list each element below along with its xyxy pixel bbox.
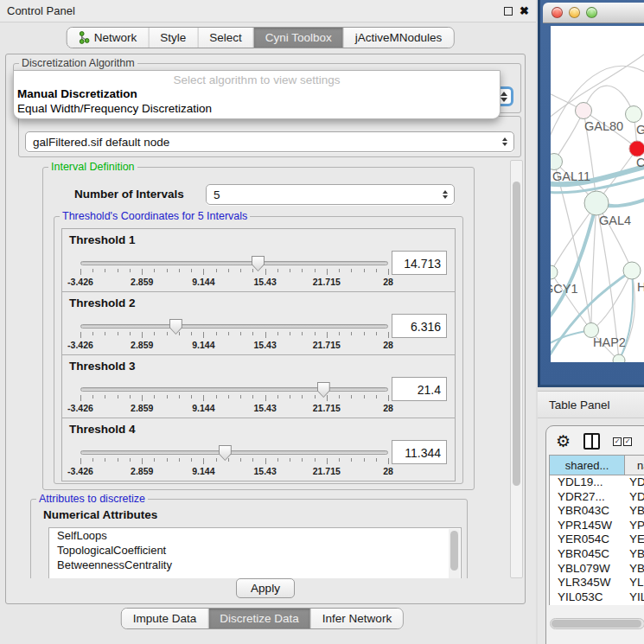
table-row[interactable]: YER054CYER0: [550, 532, 644, 547]
threshold-panel-1: Threshold 1-3.4262.8599.14415.4321.71528…: [61, 228, 456, 292]
slider-track[interactable]: [80, 450, 388, 455]
table-cell: YDR27...: [550, 490, 625, 505]
algorithm-option-manual[interactable]: Manual Discretization: [14, 86, 500, 101]
table-row[interactable]: YLR345WYLR3: [550, 576, 644, 590]
table-panel-title: Table Panel: [549, 399, 610, 411]
discretization-algorithm-title: Discretization Algorithm: [19, 57, 137, 69]
tab-infer-network[interactable]: Infer Network: [311, 609, 403, 628]
node-table: shared...na YDL19...YDL1YDR27...YDR2YBR0…: [549, 455, 644, 605]
slider-tick-labels: -3.4262.8599.14415.4321.71528: [80, 466, 388, 476]
tick-label: 21.715: [313, 403, 341, 413]
network-canvas[interactable]: GAL80GACGAL11GAL4GCY1HHAP2: [551, 26, 644, 362]
threshold-label: Threshold 2: [69, 296, 136, 309]
tab-cyni-toolbox[interactable]: Cyni Toolbox: [254, 28, 344, 48]
table-cell: YLR345W: [550, 576, 625, 590]
threshold-panel-3: Threshold 3-3.4262.8599.14415.4321.71528…: [61, 354, 456, 418]
attribute-item[interactable]: TopologicalCoefficient: [49, 543, 461, 558]
threshold-label: Threshold 3: [69, 360, 136, 373]
slider-track[interactable]: [80, 324, 388, 328]
close-traffic-light-icon[interactable]: [552, 7, 563, 18]
slider-tick-labels: -3.4262.8599.14415.4321.71528: [80, 277, 388, 287]
tab-select[interactable]: Select: [198, 28, 254, 48]
network-node-gal4[interactable]: [584, 191, 609, 215]
network-tab-icon: [79, 31, 90, 44]
tab-style[interactable]: Style: [149, 28, 198, 48]
table-column-header[interactable]: shared...: [550, 456, 625, 475]
table-column-header[interactable]: na: [625, 456, 644, 475]
threshold-slider[interactable]: -3.4262.8599.14415.4321.71528: [80, 450, 388, 476]
threshold-slider[interactable]: -3.4262.8599.14415.4321.71528: [80, 261, 388, 287]
attributes-list-scrollbar[interactable]: [449, 529, 460, 578]
table-row[interactable]: YPR145WYPR1: [550, 519, 644, 533]
combobox-stepper-icon: [498, 137, 513, 146]
checkbox-icon[interactable]: ✓: [613, 437, 622, 446]
checkbox-icon[interactable]: ✓: [623, 437, 632, 446]
slider-tick-labels: -3.4262.8599.14415.4321.71528: [80, 340, 388, 350]
table-cell: YER054C: [550, 532, 625, 547]
threshold-slider[interactable]: -3.4262.8599.14415.4321.71528: [80, 324, 388, 350]
table-header-row: shared...na: [550, 456, 644, 475]
table-row[interactable]: YIL053CYIL0: [550, 590, 644, 605]
table-cell: YPR145W: [550, 519, 625, 533]
table-row[interactable]: YBL079WYBL0: [550, 562, 644, 577]
network-node[interactable]: [613, 354, 625, 362]
table-data-combobox[interactable]: galFiltered.sif default node: [25, 131, 514, 152]
number-of-intervals-combobox[interactable]: 5: [206, 184, 455, 205]
slider-track[interactable]: [80, 387, 388, 392]
table-cell: YIL053C: [550, 590, 625, 605]
algorithm-option-equal-width[interactable]: Equal Width/Frequency Discretization: [14, 101, 500, 116]
threshold-value-field[interactable]: 6.316: [392, 314, 447, 338]
tick-label: -3.426: [67, 277, 93, 287]
threshold-value-field[interactable]: 21.4: [392, 377, 447, 401]
table-cell: YBR0: [625, 547, 644, 562]
tab-discretize-data[interactable]: Discretize Data: [208, 609, 311, 628]
network-node-gal80[interactable]: [576, 103, 592, 119]
zoom-traffic-light-icon[interactable]: [586, 7, 597, 18]
network-node-h[interactable]: [623, 262, 641, 279]
tick-label: 28: [383, 403, 393, 413]
tab-label: Infer Network: [322, 612, 392, 625]
tab-network[interactable]: Network: [67, 28, 150, 48]
tab-jactivemnodules[interactable]: jActiveMNodules: [344, 28, 454, 48]
slider-ticks: [80, 332, 388, 339]
network-node-ga[interactable]: [626, 106, 642, 123]
attribute-item[interactable]: BetweennessCentrality: [49, 558, 461, 572]
table-row[interactable]: YDR27...YDR2: [550, 490, 644, 505]
table-row[interactable]: YBR045CYBR0: [550, 547, 644, 562]
split-columns-icon[interactable]: [583, 433, 600, 450]
slider-track[interactable]: [80, 261, 388, 265]
table-row[interactable]: YDL19...YDL1: [550, 475, 644, 490]
threshold-value-field[interactable]: 14.713: [392, 251, 447, 275]
control-panel-titlebar: Control Panel ✖: [0, 0, 536, 22]
settings-scrollbar[interactable]: [510, 160, 523, 578]
attribute-item[interactable]: SelfLoops: [49, 528, 461, 543]
network-edge[interactable]: [591, 271, 632, 330]
network-node-gcy1[interactable]: [551, 265, 558, 279]
node-label: GA: [636, 123, 644, 137]
tab-impute-data[interactable]: Impute Data: [122, 609, 209, 628]
node-label: H: [637, 280, 644, 294]
tab-label: Network: [94, 31, 137, 44]
tick-label: 21.715: [313, 466, 341, 476]
threshold-slider[interactable]: -3.4262.8599.14415.4321.71528: [80, 387, 388, 413]
numerical-attributes-label: Numerical Attributes: [43, 508, 157, 521]
apply-button[interactable]: Apply: [236, 578, 295, 598]
close-icon[interactable]: ✖: [520, 7, 529, 16]
table-toolbar: ⚙ ✓ ✓: [546, 426, 644, 455]
tick-label: 15.43: [253, 277, 276, 287]
table-panel-body: ⚙ ✓ ✓ shared...na YDL19...YDL1YDR27...YD…: [538, 418, 644, 644]
tick-label: -3.426: [67, 403, 93, 413]
network-node-c[interactable]: [629, 141, 644, 156]
table-row[interactable]: YBR043CYBR0: [550, 504, 644, 519]
table-panel-titlebar: Table Panel: [538, 391, 644, 418]
algorithm-dropdown-popup: Select algorithm to view settings Manual…: [13, 70, 501, 119]
cyni-toolbox-panel: Discretization Algorithm Select algorith…: [5, 54, 526, 604]
table-horizontal-scrollbar[interactable]: [550, 618, 644, 629]
network-graph: GAL80GACGAL11GAL4GCY1HHAP2: [551, 26, 644, 362]
numerical-attributes-list[interactable]: SelfLoopsTopologicalCoefficientBetweenne…: [48, 527, 462, 578]
table-settings-gear-icon[interactable]: ⚙: [556, 434, 571, 450]
float-window-icon[interactable]: [504, 7, 513, 16]
attributes-group-title: Attributes to discretize: [36, 493, 148, 505]
threshold-value-field[interactable]: 11.344: [392, 440, 447, 464]
minimize-traffic-light-icon[interactable]: [569, 7, 580, 18]
